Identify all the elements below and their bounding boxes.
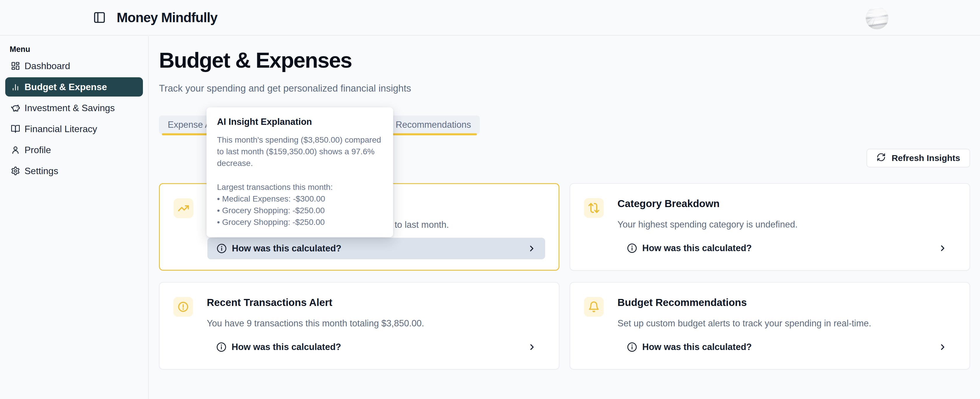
how-calculated-label: How was this calculated? [232,342,341,352]
refresh-insights-label: Refresh Insights [892,153,960,163]
card-title: Recent Transactions Alert [207,297,332,308]
how-calculated-label: How was this calculated? [642,342,752,352]
user-icon [11,145,21,155]
sidebar: Menu Dashboard Budget & Expense Investme… [0,36,149,399]
insight-card-recent-transactions: Recent Transactions Alert You have 9 tra… [159,282,559,370]
tooltip-transaction-list: Medical Expenses: -$300.00 Grocery Shopp… [217,193,383,228]
sidebar-item-budget-expense[interactable]: Budget & Expense [5,77,143,97]
piggy-bank-icon [11,103,21,113]
how-calculated-button[interactable]: How was this calculated? [618,237,956,259]
info-icon [216,243,227,254]
sidebar-item-profile[interactable]: Profile [5,140,143,159]
chevron-right-icon [527,342,537,352]
how-calculated-button[interactable]: How was this calculated? [207,336,546,358]
app-root: Money Mindfully Menu Dashboard Budget & … [0,0,980,399]
info-icon [216,342,227,353]
repeat-icon [584,198,604,218]
sidebar-item-label: Financial Literacy [24,124,97,135]
sidebar-nav: Dashboard Budget & Expense Investment & … [0,56,148,182]
sidebar-item-label: Budget & Expense [24,82,107,92]
how-calculated-label: How was this calculated? [642,243,752,253]
trending-up-icon [173,198,193,218]
info-icon [627,342,638,353]
sidebar-menu-label: Menu [10,45,30,54]
sidebar-item-financial-literacy[interactable]: Financial Literacy [5,119,143,138]
bell-icon [584,297,604,317]
header: Money Mindfully [0,0,980,36]
app-title: Money Mindfully [117,10,217,25]
bar-chart-icon [11,82,21,92]
insight-card-budget-recommendations: Budget Recommendations Set up custom bud… [570,282,970,370]
tooltip-transaction-item: Grocery Shopping: -$250.00 [217,205,383,216]
how-calculated-button[interactable]: How was this calculated? [618,336,956,358]
card-title: Budget Recommendations [617,297,747,308]
sidebar-item-label: Dashboard [24,60,70,72]
open-book-icon [11,124,21,134]
sidebar-item-label: Investment & Savings [24,103,115,113]
sidebar-toggle-button[interactable] [92,11,107,25]
refresh-icon [877,153,886,164]
sidebar-item-label: Settings [24,166,58,176]
card-title: Category Breakdown [617,198,719,210]
alert-circle-icon [173,297,193,317]
sidebar-item-settings[interactable]: Settings [5,161,143,181]
tooltip-transaction-item: Medical Expenses: -$300.00 [217,193,383,205]
ai-insight-tooltip: AI Insight Explanation This month's spen… [207,107,393,237]
sidebar-item-label: Profile [24,145,51,156]
page-subtitle: Track your spending and get personalized… [159,83,411,94]
card-description: You have 9 transactions this month total… [207,318,424,329]
card-description: Your highest spending category is undefi… [617,219,798,230]
chevron-right-icon [938,342,947,352]
chevron-right-icon [527,244,536,253]
gear-icon [11,166,21,176]
tooltip-list-header: Largest transactions this month: [217,181,383,193]
sidebar-item-investment-savings[interactable]: Investment & Savings [5,98,143,118]
how-calculated-button[interactable]: How was this calculated? [207,238,545,259]
card-description: Set up custom budget alerts to track you… [617,318,871,329]
avatar[interactable] [865,7,888,29]
dashboard-grid-icon [11,61,21,71]
panel-left-icon [93,21,106,25]
sidebar-item-dashboard[interactable]: Dashboard [5,56,143,76]
page-title: Budget & Expenses [159,48,352,73]
card-description: to last month. [395,219,449,231]
refresh-insights-button[interactable]: Refresh Insights [867,149,970,167]
insight-card-category-breakdown: Category Breakdown Your highest spending… [570,183,970,271]
chevron-right-icon [938,243,947,253]
info-icon [627,243,638,254]
tooltip-paragraph: This month's spending ($3,850.00) compar… [217,134,383,169]
how-calculated-label: How was this calculated? [232,243,342,254]
tooltip-transaction-item: Grocery Shopping: -$250.00 [217,216,383,228]
tooltip-title: AI Insight Explanation [217,117,383,127]
